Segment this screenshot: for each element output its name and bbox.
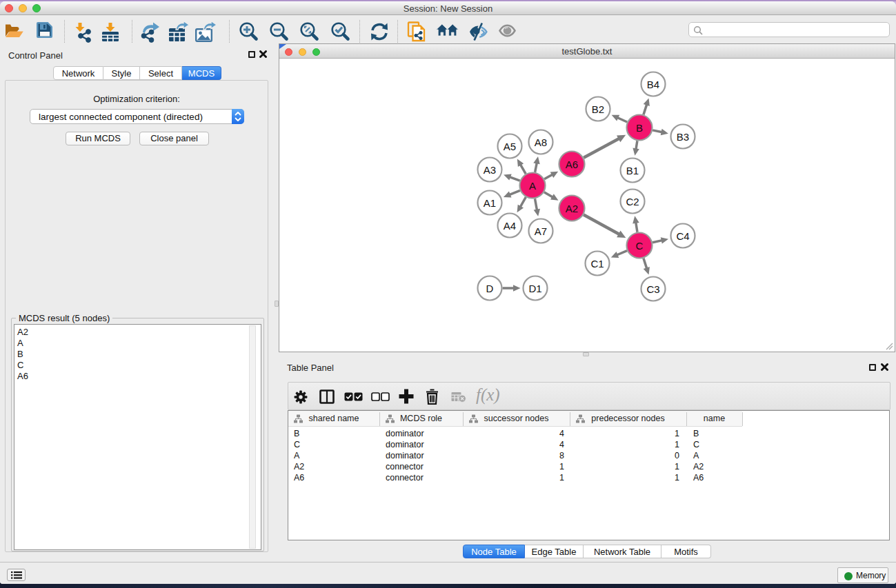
svg-text:A4: A4 — [504, 220, 516, 232]
svg-text:C2: C2 — [626, 196, 639, 207]
svg-text:A3: A3 — [484, 164, 496, 176]
svg-text:A8: A8 — [535, 136, 547, 148]
svg-text:B1: B1 — [626, 165, 639, 176]
svg-text:A5: A5 — [504, 141, 516, 152]
svg-text:C3: C3 — [646, 283, 659, 295]
svg-text:A7: A7 — [535, 225, 547, 237]
svg-text:D: D — [486, 283, 494, 294]
svg-text:B2: B2 — [592, 103, 604, 115]
svg-text:A: A — [529, 180, 536, 192]
svg-text:B4: B4 — [647, 79, 659, 90]
svg-text:A1: A1 — [484, 197, 496, 209]
svg-text:C: C — [636, 240, 644, 252]
svg-text:B: B — [636, 122, 643, 134]
svg-text:A2: A2 — [566, 203, 578, 214]
svg-text:A6: A6 — [566, 159, 578, 170]
svg-text:C1: C1 — [590, 258, 604, 270]
svg-text:B3: B3 — [677, 131, 689, 143]
svg-text:C4: C4 — [676, 230, 689, 242]
svg-text:D1: D1 — [528, 283, 541, 294]
